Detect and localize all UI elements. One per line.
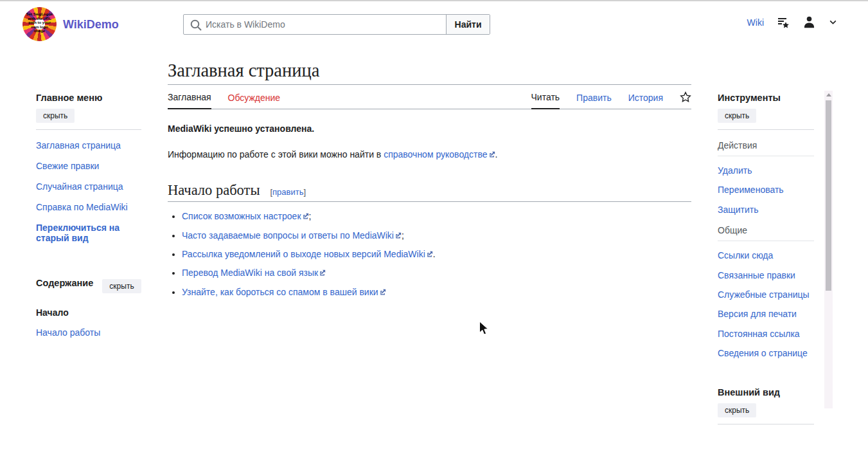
appearance-section: Внешний вид скрыть	[718, 387, 814, 424]
sidebar-item-random-page[interactable]: Случайная страница	[36, 181, 141, 192]
user-account-icon[interactable]	[802, 15, 816, 29]
getting-started-list: Список возможных настроек; Часто задавае…	[182, 210, 691, 298]
external-link-icon	[395, 232, 402, 239]
tool-what-links-here[interactable]: Ссылки сюда	[718, 251, 814, 260]
list-item: Часто задаваемые вопросы и ответы по Med…	[182, 229, 691, 242]
tool-special-pages[interactable]: Служебные страницы	[718, 290, 814, 300]
list-item: Рассылка уведомлений о выходе новых верс…	[182, 248, 691, 260]
tools-section-actions: Действия	[718, 140, 814, 156]
mouse-cursor	[479, 321, 490, 338]
tab-bar: Заглавная Обсуждение Читать Править Исто…	[168, 88, 691, 109]
tool-delete[interactable]: Удалить	[718, 166, 814, 176]
chevron-down-icon[interactable]	[829, 18, 837, 26]
intro-text: Информацию по работе с этой вики можно н…	[168, 149, 384, 160]
tool-permanent-link[interactable]: Постоянная ссылка	[718, 329, 814, 339]
toc-title: Содержание	[36, 278, 93, 288]
edit-section: [править]	[270, 187, 306, 197]
sidebar-item-main-page[interactable]: Заглавная страница	[36, 140, 141, 150]
tab-read[interactable]: Читать	[531, 88, 560, 109]
sidebar-scrollbar-track[interactable]	[824, 91, 833, 408]
list-item: Перевод MediaWiki на свой язык	[182, 266, 691, 279]
install-success-text: MediaWiki успешно установлена.	[168, 123, 691, 134]
list-item-suffix: ;	[309, 211, 312, 221]
scrollbar-up-arrow[interactable]	[826, 93, 831, 96]
toc-item-top-active[interactable]: Начало	[36, 307, 141, 318]
external-link-icon	[489, 151, 495, 158]
list-item: Список возможных настроек;	[182, 210, 691, 223]
main-menu-title: Главное меню	[36, 93, 141, 103]
tab-discussion[interactable]: Обсуждение	[228, 89, 281, 109]
settings-list-link[interactable]: Список возможных настроек	[182, 211, 301, 221]
wiki-link[interactable]: Wiki	[747, 17, 764, 28]
section-title: Начало работы	[168, 182, 260, 198]
search-bar: Найти	[183, 14, 490, 35]
appearance-title: Внешний вид	[718, 387, 814, 397]
divider	[36, 129, 141, 130]
tools-section-general: Общие	[718, 225, 814, 241]
intro-text-period: .	[495, 149, 498, 160]
namespace-tabs: Заглавная Обсуждение	[168, 88, 280, 109]
edit-section-link[interactable]: править	[272, 187, 303, 197]
view-tabs: Читать Править История	[531, 88, 692, 109]
combat-spam-link[interactable]: Узнайте, как бороться со спамом в вашей …	[182, 287, 378, 297]
search-input[interactable]	[184, 15, 446, 34]
intro-paragraph: Информацию по работе с этой вики можно н…	[168, 148, 691, 162]
toc-item-getting-started[interactable]: Начало работы	[36, 327, 141, 338]
search-button[interactable]: Найти	[446, 15, 490, 34]
toc-hide-button[interactable]: скрыть	[102, 279, 141, 293]
tools-sidebar: Инструменты скрыть Действия Удалить Пере…	[718, 93, 814, 424]
appearance-hide-button[interactable]: скрыть	[718, 403, 756, 417]
scrollbar-thumb[interactable]	[826, 100, 831, 291]
tool-printable-version[interactable]: Версия для печати	[718, 309, 814, 319]
list-item: Узнайте, как бороться со спамом в вашей …	[182, 286, 691, 298]
watch-star-icon[interactable]	[680, 91, 691, 109]
divider	[718, 424, 814, 424]
site-name-link[interactable]: WikiDemo	[63, 18, 119, 32]
sidebar-item-recent-changes[interactable]: Свежие правки	[36, 161, 141, 171]
toc-header: Содержание скрыть	[36, 273, 141, 293]
external-link-icon	[427, 251, 433, 257]
main-menu-hide-button[interactable]: скрыть	[36, 109, 75, 123]
tab-history[interactable]: История	[628, 89, 663, 109]
faq-link[interactable]: Часто задаваемые вопросы и ответы по Med…	[182, 230, 394, 241]
site-logo-text: Set SwgLogos with the URL path to your o…	[25, 12, 54, 33]
tab-main-page[interactable]: Заглавная	[168, 88, 211, 109]
tools-hide-button[interactable]: скрыть	[718, 109, 756, 123]
sidebar-item-help[interactable]: Справка по MediaWiki	[36, 202, 141, 212]
list-item-suffix: ;	[402, 230, 404, 241]
header-user-area: Wiki	[747, 15, 837, 29]
tab-edit[interactable]: Править	[576, 89, 612, 109]
left-sidebar: Главное меню скрыть Заглавная страница С…	[36, 93, 141, 338]
tools-title: Инструменты	[718, 93, 814, 103]
tool-protect[interactable]: Защитить	[718, 205, 814, 215]
list-item-suffix: .	[433, 249, 436, 259]
release-announce-link[interactable]: Рассылка уведомлений о выходе новых верс…	[182, 249, 425, 259]
edit-bracket: ]	[303, 187, 306, 197]
sidebar-item-switch-old-look[interactable]: Переключиться на старый вид	[36, 223, 141, 243]
site-logo[interactable]: Set SwgLogos with the URL path to your o…	[22, 7, 57, 41]
header: Set SwgLogos with the URL path to your o…	[0, 1, 868, 48]
external-link-icon	[380, 289, 386, 295]
external-link-icon	[319, 269, 326, 276]
tool-related-changes[interactable]: Связанные правки	[718, 271, 814, 280]
watchlist-icon[interactable]	[777, 16, 790, 29]
main-content: Заглавная страница Заглавная Обсуждение …	[168, 59, 691, 304]
section-heading-row: Начало работы [править]	[168, 182, 691, 202]
localize-link[interactable]: Перевод MediaWiki на свой язык	[182, 268, 318, 278]
external-link-icon	[303, 213, 309, 219]
page-title: Заглавная страница	[168, 59, 691, 85]
tool-move[interactable]: Переименовать	[718, 185, 814, 195]
tool-page-info[interactable]: Сведения о странице	[718, 349, 814, 358]
divider	[718, 129, 814, 130]
search-icon	[190, 19, 202, 32]
help-manual-link[interactable]: справочном руководстве	[384, 149, 487, 160]
